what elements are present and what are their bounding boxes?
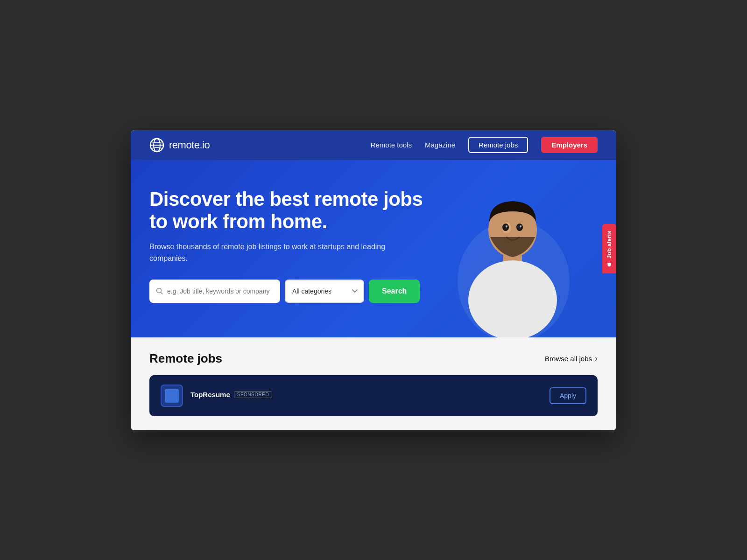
hero-section: Discover the best remote jobs to work fr… [131, 160, 616, 337]
hero-title: Discover the best remote jobs to work fr… [149, 188, 430, 233]
logo-text: remote.io [169, 139, 210, 151]
svg-point-10 [502, 224, 509, 231]
remote-jobs-button[interactable]: Remote jobs [468, 137, 528, 153]
svg-line-4 [161, 292, 163, 294]
svg-point-8 [468, 260, 557, 337]
sponsored-badge: SPONSORED [234, 391, 272, 398]
navbar: remote.io Remote tools Magazine Remote j… [131, 130, 616, 160]
job-search-input[interactable] [167, 287, 274, 295]
company-info: TopResume SPONSORED [190, 391, 542, 399]
company-name: TopResume [190, 391, 230, 399]
nav-remote-tools[interactable]: Remote tools [371, 141, 412, 149]
job-alerts-tab[interactable]: Job alerts [602, 224, 616, 273]
hero-subtitle: Browse thousands of remote job listings … [149, 241, 392, 265]
job-card-info: TopResume SPONSORED [190, 391, 542, 400]
jobs-header: Remote jobs Browse all jobs › [149, 351, 598, 366]
search-button[interactable]: Search [369, 280, 420, 303]
logo-icon [149, 138, 164, 153]
apply-button[interactable]: Apply [550, 387, 586, 404]
svg-point-13 [520, 225, 521, 227]
category-select[interactable]: All categories Engineering Design Market… [285, 280, 364, 303]
jobs-section-title: Remote jobs [149, 351, 222, 366]
bell-icon [606, 261, 612, 266]
company-logo [161, 385, 183, 407]
browse-all-jobs-link[interactable]: Browse all jobs › [545, 354, 598, 364]
nav-magazine[interactable]: Magazine [425, 141, 455, 149]
svg-point-11 [516, 224, 523, 231]
search-icon [156, 287, 163, 295]
employers-button[interactable]: Employers [541, 137, 598, 153]
nav-links: Remote tools Magazine Remote jobs Employ… [371, 137, 598, 153]
browser-window: remote.io Remote tools Magazine Remote j… [131, 130, 616, 430]
chevron-right-icon: › [595, 354, 598, 364]
svg-point-12 [506, 225, 507, 227]
logo-shape [165, 389, 179, 403]
person-silhouette [444, 188, 574, 337]
search-bar: All categories Engineering Design Market… [149, 280, 430, 303]
search-input-wrap [149, 280, 280, 303]
logo[interactable]: remote.io [149, 138, 210, 153]
jobs-section: Remote jobs Browse all jobs › TopResume … [131, 337, 616, 430]
hero-content: Discover the best remote jobs to work fr… [149, 188, 430, 303]
hero-person-image [444, 188, 588, 337]
job-card-sponsored: TopResume SPONSORED Apply [149, 375, 598, 416]
